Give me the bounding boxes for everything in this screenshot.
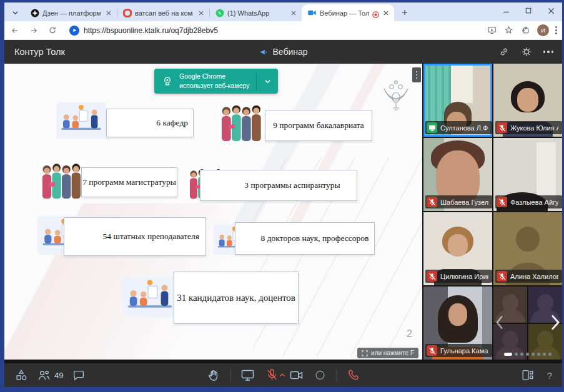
pagination-dot[interactable] [515,353,518,356]
screen-share-icon [427,122,437,133]
pagination-dot[interactable] [526,353,529,356]
copy-link-button[interactable] [498,46,510,57]
back-button[interactable] [7,23,23,38]
header-actions [498,46,554,57]
participant-tile[interactable]: Цилюгина Ирина... [423,212,492,285]
microphone-muted-button[interactable] [264,368,279,383]
more-options-button[interactable] [543,51,554,53]
camera-usage-notification: Google Chrome использует веб-камеру [154,69,278,94]
mic-muted-icon [497,197,507,207]
pagination-dot[interactable] [532,353,535,356]
participant-tile[interactable]: Шабаева Гузель... [423,138,492,211]
tab-close-button[interactable] [381,8,390,17]
leave-call-button[interactable] [346,368,360,383]
megaphone-icon [259,47,268,57]
reload-button[interactable] [44,23,61,38]
toolbar-center-group [206,368,360,383]
notification-text: Google Chrome использует веб-камеру [179,72,249,90]
tab-close-button[interactable] [104,8,113,17]
participants-button[interactable] [37,368,51,383]
gear-icon [521,46,532,57]
mic-muted-icon [427,197,437,207]
reload-icon [48,26,57,35]
participant-tile[interactable]: Жукова Юлия Ал... [493,64,562,137]
address-bar: https://bspuonline.ktalk.ru/oq7djb28ebv5… [4,21,562,40]
layout-button[interactable] [521,368,535,382]
send-to-device-button[interactable] [487,25,497,36]
participant-tile[interactable]: Гульнара Камали... [423,287,492,360]
settings-button[interactable] [521,46,532,57]
slide-options-button[interactable] [412,67,421,82]
tab-search-button[interactable] [7,4,23,21]
shapes-icon [14,368,28,382]
carousel-prev-button[interactable] [494,314,505,332]
webcam-icon [161,75,174,87]
raise-hand-button[interactable] [206,368,220,383]
forward-icon [29,26,38,36]
stat-box: 9 программ бакалавриата [265,110,372,141]
stat-box: 7 программ магистратуры [81,167,177,197]
close-window-button[interactable] [540,2,562,19]
minimize-button[interactable] [495,2,517,19]
help-button[interactable]: ? [547,370,552,381]
room-type-tag: Вебинар [259,47,307,57]
maximize-icon [525,7,532,14]
whatsapp-web-favicon-icon [122,8,132,17]
minimize-icon [503,7,510,14]
more-participants-tile[interactable] [493,287,562,360]
window-controls [495,2,562,19]
extensions-button[interactable] [520,25,531,36]
fullscreen-hint-tooltip: или нажмите F [357,348,418,358]
participant-tile[interactable]: Султанова Л.Ф. [423,64,492,137]
carousel-next-button[interactable] [548,313,561,333]
address-bar-actions: И [487,24,557,36]
participant-count: 49 [54,371,63,380]
room-type-label: Вебинар [272,47,307,57]
back-icon [11,26,19,36]
tab-whatsapp-web[interactable]: ватсап веб на компьютере — [117,4,209,21]
profile-avatar[interactable]: И [537,24,549,36]
pagination-dot[interactable] [548,353,552,356]
browser-window: Дзен — платформа для прос ватсап веб на … [4,2,562,387]
tab-whatsapp[interactable]: (1) WhatsApp [209,4,302,21]
record-button[interactable] [313,368,327,382]
maximize-button[interactable] [517,2,540,19]
ktalk-header: Контур Толк Вебинар [4,40,562,64]
bookmark-star-button[interactable] [503,25,514,36]
screenshot-root: { "browser": { "tabs": [ {"label": "Дзен… [0,0,564,392]
reactions-button[interactable] [14,368,28,382]
tab-close-button[interactable] [196,8,205,17]
mic-options-caret[interactable] [279,370,285,379]
screen-share-button[interactable] [240,368,255,383]
illustration-candidates [122,273,177,323]
forward-button[interactable] [26,23,42,38]
participant-tile[interactable]: Алина Халиловна [493,212,562,285]
tab-close-button[interactable] [289,8,298,17]
kebab-menu-icon [555,26,557,34]
url-field[interactable]: https://bspuonline.ktalk.ru/oq7djb28ebv5 [64,24,487,37]
tab-webinar-active[interactable]: Вебинар — Толк [302,4,394,21]
participant-label: Гульнара Камали... [425,344,492,357]
mic-muted-icon [497,122,507,133]
ktalk-favicon-icon [307,8,317,17]
chat-icon [72,368,86,382]
new-tab-button[interactable]: + [397,4,413,21]
pagination-dot[interactable] [537,353,540,356]
browser-menu-button[interactable] [555,26,557,34]
close-icon [548,7,555,14]
pagination-dot[interactable] [520,353,523,356]
chat-button[interactable] [72,368,86,382]
main-area: Google Chrome использует веб-камеру 6 ка… [4,64,562,363]
pagination-dot-active[interactable] [504,353,512,356]
participant-name: Фазлыева Айгул... [510,198,558,206]
tab-dzen[interactable]: Дзен — платформа для прос [24,4,117,21]
mic-muted-icon [427,345,437,356]
participant-tile[interactable]: Фазлыева Айгул... [493,138,562,211]
stat-box: 8 докторов наук, профессоров [235,222,375,255]
divider [230,369,230,381]
camera-button[interactable] [289,368,304,383]
pagination-dot[interactable] [543,353,546,356]
stat-box: 6 кафедр [106,109,194,137]
photo-students-master [39,159,87,202]
notification-expand-button[interactable] [257,69,278,94]
